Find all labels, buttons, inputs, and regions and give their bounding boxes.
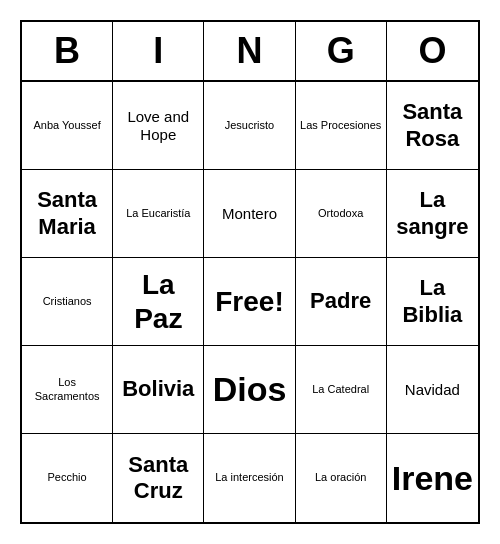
cell-text: Santa Cruz — [117, 452, 199, 505]
bingo-cell: Las Procesiones — [296, 82, 387, 170]
bingo-cell: Ortodoxa — [296, 170, 387, 258]
bingo-cell: La sangre — [387, 170, 478, 258]
bingo-cell: Free! — [204, 258, 295, 346]
bingo-cell: La Eucaristía — [113, 170, 204, 258]
bingo-grid: Anba YoussefLove and HopeJesucristoLas P… — [22, 82, 478, 522]
cell-text: Ortodoxa — [318, 207, 363, 220]
header-letter: N — [204, 22, 295, 80]
cell-text: Love and Hope — [117, 108, 199, 144]
bingo-cell: Irene — [387, 434, 478, 522]
bingo-cell: Los Sacramentos — [22, 346, 113, 434]
cell-text: La sangre — [391, 187, 474, 240]
cell-text: Dios — [213, 369, 287, 410]
cell-text: La oración — [315, 471, 366, 484]
cell-text: La Eucaristía — [126, 207, 190, 220]
cell-text: La intercesión — [215, 471, 284, 484]
bingo-cell: La oración — [296, 434, 387, 522]
bingo-cell: Bolivia — [113, 346, 204, 434]
cell-text: La Paz — [117, 268, 199, 335]
bingo-cell: Montero — [204, 170, 295, 258]
cell-text: Santa Rosa — [391, 99, 474, 152]
cell-text: Montero — [222, 205, 277, 223]
header-letter: O — [387, 22, 478, 80]
bingo-cell: Santa Cruz — [113, 434, 204, 522]
bingo-cell: Love and Hope — [113, 82, 204, 170]
bingo-cell: La Biblia — [387, 258, 478, 346]
bingo-cell: Pecchio — [22, 434, 113, 522]
bingo-cell: Santa Maria — [22, 170, 113, 258]
cell-text: Navidad — [405, 381, 460, 399]
bingo-cell: Dios — [204, 346, 295, 434]
bingo-header: BINGO — [22, 22, 478, 82]
cell-text: Padre — [310, 288, 371, 314]
cell-text: Free! — [215, 285, 283, 319]
header-letter: G — [296, 22, 387, 80]
bingo-cell: La Catedral — [296, 346, 387, 434]
bingo-cell: Cristianos — [22, 258, 113, 346]
cell-text: La Biblia — [391, 275, 474, 328]
cell-text: Anba Youssef — [33, 119, 100, 132]
cell-text: Los Sacramentos — [26, 376, 108, 402]
bingo-cell: Jesucristo — [204, 82, 295, 170]
bingo-cell: Santa Rosa — [387, 82, 478, 170]
cell-text: Las Procesiones — [300, 119, 381, 132]
bingo-cell: Navidad — [387, 346, 478, 434]
bingo-card: BINGO Anba YoussefLove and HopeJesucrist… — [20, 20, 480, 524]
bingo-cell: Padre — [296, 258, 387, 346]
bingo-cell: Anba Youssef — [22, 82, 113, 170]
cell-text: Bolivia — [122, 376, 194, 402]
bingo-cell: La Paz — [113, 258, 204, 346]
cell-text: Pecchio — [48, 471, 87, 484]
header-letter: I — [113, 22, 204, 80]
cell-text: Cristianos — [43, 295, 92, 308]
bingo-cell: La intercesión — [204, 434, 295, 522]
cell-text: Santa Maria — [26, 187, 108, 240]
cell-text: La Catedral — [312, 383, 369, 396]
cell-text: Jesucristo — [225, 119, 275, 132]
cell-text: Irene — [392, 458, 473, 499]
header-letter: B — [22, 22, 113, 80]
